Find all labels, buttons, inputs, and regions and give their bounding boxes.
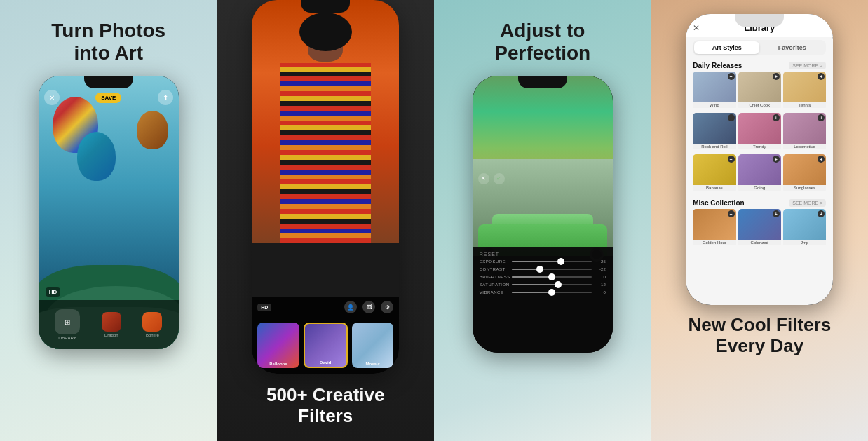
slider-exposure-name: EXPOSURE	[480, 259, 508, 264]
filter-bonfire-item[interactable]: Bonfire	[142, 312, 162, 337]
filter-balloons[interactable]: Balloons	[257, 323, 299, 368]
sunglasses-label: Sunglasses	[783, 185, 826, 191]
library-icon-item[interactable]: ⊞ LIBRARY	[55, 309, 80, 340]
style-jmp[interactable]: + Jmp	[783, 209, 826, 247]
tab-art-styles-label: Art Styles	[712, 44, 742, 51]
slider-vibrance-fill	[512, 292, 552, 293]
phone-notch-2	[301, 0, 350, 13]
slider-vibrance: VIBRANCE 0	[480, 290, 606, 294]
going-plus: +	[773, 156, 780, 163]
style-trendy[interactable]: + Trendy	[738, 113, 781, 151]
filter-mosaic[interactable]: Mosaic	[352, 323, 393, 368]
tab-favorites-label: Favorites	[778, 44, 806, 51]
library-btn: ⊞	[55, 309, 80, 334]
style-going[interactable]: + Going	[738, 154, 781, 193]
share-button[interactable]: ⬆	[158, 90, 173, 105]
slider-exposure-value: 25	[596, 259, 606, 264]
slider-saturation-value: 12	[596, 283, 606, 287]
person-figure	[252, 0, 399, 243]
filter-david[interactable]: David	[304, 323, 348, 368]
filter-dragon-item[interactable]: Dragon	[102, 312, 121, 337]
filter-thumbnails: Balloons David Mosaic	[252, 316, 399, 374]
daily-releases-row3: + Bananas + Going + Sunglasses	[686, 154, 833, 196]
phone-frame-1: ✕ SAVE ⬆ HD ⊞ LIBRARY	[39, 76, 179, 349]
person-icon-3[interactable]: ⚙	[381, 301, 393, 313]
rock-plus: +	[728, 114, 735, 121]
panel-3-title: Adjust to Perfection	[494, 20, 590, 65]
slider-exposure-track[interactable]	[512, 261, 592, 262]
style-golden-hour[interactable]: + Golden Hour	[693, 209, 735, 247]
slider-brightness-track[interactable]	[512, 276, 592, 278]
phone-screen-2: HD 👤 🖼 ⚙ Balloons David	[252, 0, 399, 374]
panel-turn-photos: Turn Photos into Art ✕	[0, 0, 217, 441]
style-bananas[interactable]: + Bananas	[693, 154, 735, 193]
close-icon-4[interactable]: ✕	[693, 23, 700, 33]
hd-badge-person: HD	[257, 304, 271, 311]
style-colorized[interactable]: + Colorized	[738, 209, 781, 247]
phone-top-bar-1: ✕ SAVE ⬆	[44, 90, 173, 105]
style-rock[interactable]: + Rock and Roll	[693, 113, 735, 151]
slider-saturation-thumb[interactable]	[555, 281, 562, 288]
close-button[interactable]: ✕	[44, 90, 60, 105]
phone-notch-4	[735, 14, 784, 27]
filter-mosaic-label: Mosaic	[352, 362, 393, 366]
tab-bar-4: Art Styles Favorites	[693, 40, 826, 55]
style-sunglasses[interactable]: + Sunglasses	[783, 154, 826, 193]
panel-3-line1: Adjust to	[500, 20, 585, 41]
daily-releases-row1: + Wind + Chief Cook + Tennis	[686, 72, 833, 113]
slider-saturation-fill	[512, 284, 558, 285]
filter-balloons-label: Balloons	[257, 362, 299, 366]
slider-saturation-track[interactable]	[512, 284, 592, 285]
panel-4-heading-area: New Cool Filters Every Day	[674, 305, 845, 368]
slider-contrast-thumb[interactable]	[536, 266, 543, 273]
locomotive-label: Locomotive	[783, 144, 826, 149]
see-more-daily[interactable]: SEE MORE >	[789, 62, 826, 69]
style-wind[interactable]: + Wind	[693, 72, 735, 110]
slider-contrast-value: -22	[596, 267, 606, 271]
action-buttons: ✕ ✓	[478, 173, 505, 184]
panel-2-heading-area: 500+ Creative Filters	[252, 374, 398, 441]
slider-saturation-name: SATURATION	[480, 283, 508, 287]
hd-row: HD 👤 🖼 ⚙	[252, 297, 399, 316]
save-button[interactable]: SAVE	[95, 93, 121, 103]
slider-brightness-fill	[512, 276, 552, 278]
check-button[interactable]: ✓	[494, 173, 505, 184]
tennis-label: Tennis	[783, 102, 826, 108]
tab-art-styles[interactable]: Art Styles	[694, 41, 759, 54]
striped-sweater	[280, 63, 371, 243]
filter-strip: HD 👤 🖼 ⚙ Balloons David	[252, 297, 399, 374]
share-icon: ⬆	[163, 94, 168, 102]
panel-4-title: New Cool Filters Every Day	[688, 315, 831, 357]
panel-adjust: Adjust to Perfection ✕ ✓	[434, 0, 651, 441]
wind-label: Wind	[693, 102, 735, 108]
chief-label: Chief Cook	[738, 102, 781, 108]
colorized-label: Colorized	[738, 240, 781, 245]
slider-contrast-name: CONTRAST	[480, 267, 508, 271]
save-label: SAVE	[101, 95, 116, 101]
panel-2-line2: Filters	[298, 405, 353, 426]
phone-frame-2: HD 👤 🖼 ⚙ Balloons David	[252, 0, 399, 374]
slider-contrast: CONTRAST -22	[480, 267, 606, 271]
close-button-3[interactable]: ✕	[478, 173, 489, 184]
style-chief-cook[interactable]: + Chief Cook	[738, 72, 781, 110]
slider-vibrance-thumb[interactable]	[548, 289, 555, 296]
style-tennis[interactable]: + Tennis	[783, 72, 826, 110]
chief-plus: +	[773, 73, 780, 80]
person-icon-1[interactable]: 👤	[344, 301, 357, 313]
slider-contrast-track[interactable]	[512, 269, 592, 270]
trendy-plus: +	[773, 114, 780, 121]
daily-releases-row2: + Rock and Roll + Trendy + Locomotive	[686, 113, 833, 154]
misc-collection-row1: + Golden Hour + Colorized + Jmp	[686, 209, 833, 250]
slider-exposure-thumb[interactable]	[557, 258, 564, 265]
see-more-misc[interactable]: SEE MORE >	[789, 199, 826, 207]
slider-vibrance-track[interactable]	[512, 292, 592, 293]
phone-notch-3	[518, 76, 567, 88]
slider-brightness-thumb[interactable]	[548, 273, 555, 280]
close-icon: ✕	[49, 94, 55, 102]
phone-screen-4: ✕ Library Art Styles Favorites Daily Rel…	[686, 14, 833, 305]
panel-3-line2: Perfection	[494, 42, 590, 64]
balloon-3	[137, 111, 168, 149]
style-locomotive[interactable]: + Locomotive	[783, 113, 826, 151]
person-icon-2[interactable]: 🖼	[362, 301, 375, 313]
tab-favorites[interactable]: Favorites	[759, 41, 825, 54]
